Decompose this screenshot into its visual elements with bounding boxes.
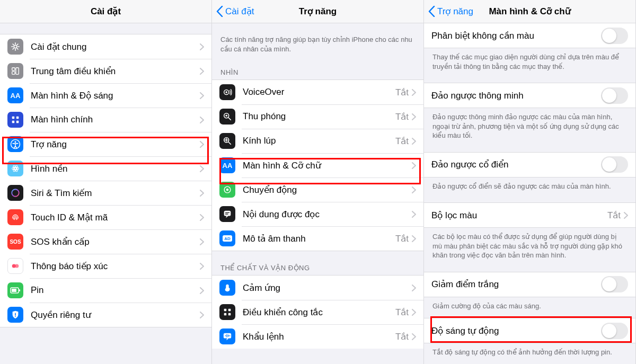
row-smart-invert[interactable]: Đảo ngược thông minh [424,83,635,108]
switch-control-icon [219,304,235,320]
list-item[interactable]: Touch ID & Mật mã [0,205,211,229]
row-color-filters[interactable]: Bộ lọc màu Tắt [424,203,635,227]
toggle-switch[interactable] [601,28,628,44]
list-item[interactable]: VoiceOverTắt [212,80,423,104]
row-footer: Các bộ lọc màu có thể được sử dụng để gi… [424,228,635,262]
chevron-right-icon [412,187,416,193]
row-label: SOS khẩn cấp [31,236,200,247]
back-label: Trợ năng [437,6,473,17]
svg-rect-5 [16,117,19,119]
display-brightness-icon: AA [7,87,23,103]
row-label: Pin [31,285,200,296]
svg-text:AD: AD [224,236,231,241]
list-item[interactable]: Hình nền [0,156,211,181]
list-item[interactable]: Thông báo tiếp xúc [0,254,211,278]
row-differentiate-without-color[interactable]: Phân biệt không cần màu [424,23,635,48]
row-classic-invert[interactable]: Đảo ngược cổ điển [424,153,635,177]
row-label: Hình nền [31,163,200,174]
chevron-left-icon [428,6,435,17]
list-item[interactable]: ADMô tả âm thanhTắt [212,226,423,251]
list-item[interactable]: Nội dung được đọc [212,202,423,226]
toggle-switch[interactable] [601,323,628,339]
row-label: Cảm ứng [243,282,412,294]
svg-point-16 [15,264,19,268]
row-label: Đảo ngược thông minh [431,90,601,101]
panel-accessibility: Cài đặt Trợ năng Các tính năng trợ năng … [212,0,424,364]
list-item[interactable]: Chuyển động [212,177,423,202]
chevron-right-icon [200,92,204,99]
row-reduce-white-point[interactable]: Giảm điểm trắng [424,272,635,297]
list-item[interactable]: AAMàn hình & Độ sáng [0,83,211,108]
row-value: Tắt [395,136,409,147]
list-item[interactable]: Khẩu lệnhTắt [212,324,423,349]
row-label: Siri & Tìm kiếm [31,188,200,199]
exposure-icon [7,258,23,274]
list-item[interactable]: Thu phóngTắt [212,104,423,129]
row-footer: Đảo ngược thông minh đảo ngược các màu c… [424,108,635,143]
list-item[interactable]: Quyền riêng tư [0,303,211,327]
home-screen-icon [7,112,23,128]
chevron-right-icon [200,68,204,75]
toggle-switch[interactable] [601,276,628,292]
group-header-physical: THỂ CHẤT VÀ VẬN ĐỘNG [212,261,423,275]
row-label: Quyền riêng tư [31,309,200,321]
toggle-switch[interactable] [601,156,628,173]
list-item[interactable]: Trung tâm điều khiển [0,59,211,83]
row-label: VoiceOver [243,87,395,97]
chevron-right-icon [412,285,416,291]
chevron-right-icon [200,165,204,172]
row-label: Bộ lọc màu [431,210,607,221]
row-label: Chuyển động [243,184,412,196]
row-label: Điều khiển công tắc [243,307,395,318]
svg-rect-33 [228,313,231,316]
chevron-right-icon [412,89,416,96]
touchid-icon [7,209,23,225]
control-center-icon [7,63,23,79]
svg-rect-19 [12,289,16,292]
svg-point-14 [12,189,19,197]
svg-rect-7 [16,121,19,123]
list-item[interactable]: Siri & Tìm kiếm [0,181,211,205]
row-label: Phân biệt không cần màu [431,30,601,41]
chevron-right-icon [200,238,204,245]
list-item[interactable]: AAMàn hình & Cỡ chữ [212,153,423,177]
chevron-right-icon [200,141,204,148]
list-item[interactable]: Điều khiển công tắcTắt [212,300,423,324]
voice-control-icon [219,329,235,344]
navbar-settings: Cài đặt [0,0,211,23]
chevron-right-icon [412,162,416,169]
row-label: Nội dung được đọc [243,209,412,220]
toggle-switch[interactable] [601,87,628,104]
navbar-display-text-size: Trợ năng Màn hình & Cỡ chữ [424,0,635,23]
row-value: Tắt [395,87,409,98]
chevron-right-icon [200,287,204,294]
back-button[interactable]: Trợ năng [428,6,473,17]
chevron-right-icon [200,263,204,270]
svg-point-21 [225,91,227,93]
row-footer: Thay thế các mục giao diện người dùng ch… [424,48,635,73]
list-item[interactable]: Trợ năng [0,132,211,156]
list-item[interactable]: Pin [0,278,211,303]
svg-rect-30 [224,309,227,312]
display-text-size-content[interactable]: Phân biệt không cần màu Thay thế các mục… [424,23,635,364]
wallpaper-icon [7,161,23,176]
chevron-right-icon [412,113,416,120]
list-item[interactable]: Cảm ứng [212,276,423,300]
row-label: Trung tâm điều khiển [31,66,200,77]
voiceover-icon [219,84,235,100]
row-footer: Đảo ngược cổ điển sẽ đảo ngược các màu c… [424,177,635,193]
chevron-right-icon [200,312,204,318]
list-item[interactable]: Cài đặt chung [0,34,211,59]
chevron-right-icon [200,117,204,123]
privacy-icon [7,307,23,323]
settings-list-container[interactable]: Cài đặt chungTrung tâm điều khiểnAAMàn h… [0,23,211,364]
list-item[interactable]: SOSSOS khẩn cấp [0,229,211,254]
list-item[interactable]: Màn hình chính [0,108,211,132]
row-auto-brightness[interactable]: Độ sáng tự động [424,318,635,343]
list-item[interactable]: Kính lúpTắt [212,129,423,153]
accessibility-list-container[interactable]: Các tính năng trợ năng giúp bạn tùy chỉn… [212,23,423,364]
chevron-left-icon [216,6,223,17]
back-button[interactable]: Cài đặt [216,6,254,17]
chevron-right-icon [412,235,416,242]
chevron-right-icon [412,309,416,316]
